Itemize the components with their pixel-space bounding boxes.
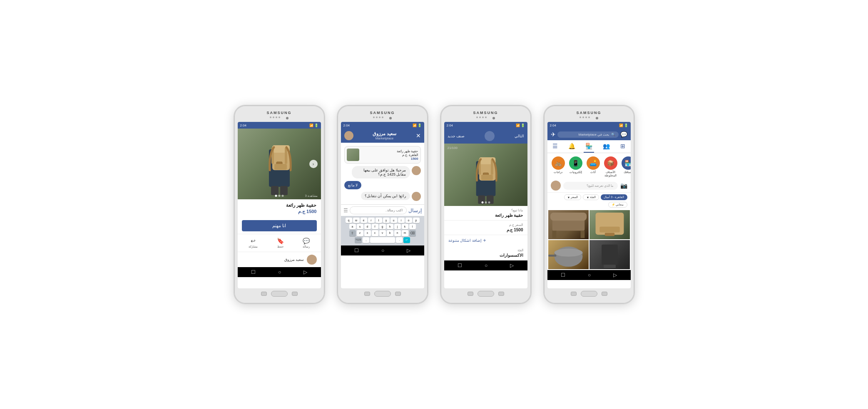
grid-photo-1[interactable]	[548, 210, 589, 239]
filter-free[interactable]: مجاني ⚡	[608, 202, 627, 208]
kb-k[interactable]: k	[402, 224, 408, 229]
phone2-bottom	[341, 291, 424, 297]
kb-p[interactable]: p	[413, 218, 420, 223]
kb-w[interactable]: w	[353, 218, 360, 223]
grid-photo-4[interactable]	[589, 240, 630, 269]
image-arrow-1[interactable]: ›	[309, 160, 318, 168]
camera-icon[interactable]: 📷	[620, 182, 627, 189]
kb-u[interactable]: u	[390, 218, 397, 223]
home-btn-2[interactable]	[374, 291, 391, 297]
status-bar-4: 2:04 📶🔋	[547, 122, 631, 129]
status-bar-1: 2:04 📶🔋	[238, 122, 321, 129]
nav-triangle-3[interactable]: ▷	[510, 263, 514, 268]
close-button[interactable]: ✕	[416, 132, 421, 139]
kb-b[interactable]: b	[387, 230, 393, 236]
kb-n[interactable]: n	[394, 230, 401, 236]
action-save[interactable]: 🔖 حفظ	[277, 238, 284, 248]
kb-s[interactable]: s	[357, 224, 363, 229]
kb-e[interactable]: e	[361, 218, 367, 223]
kb-r[interactable]: r	[368, 218, 375, 223]
filter-category[interactable]: الفئة ▼	[583, 194, 599, 200]
form-header-avatar	[485, 131, 495, 141]
menu-icon[interactable]: ☰	[343, 208, 348, 213]
kb-t[interactable]: t	[376, 218, 382, 223]
category-furniture[interactable]: 🛋️ أثاث	[586, 156, 601, 177]
nav-triangle-4[interactable]: ▷	[613, 272, 617, 278]
add-variants-text[interactable]: إضافة اشكال متنوعة	[448, 238, 482, 243]
form-header: التالي صنف جديد	[444, 129, 527, 144]
tab-people[interactable]: 👥	[601, 140, 612, 153]
kb-shift[interactable]: ⇧	[349, 230, 356, 236]
kb-v[interactable]: v	[379, 230, 386, 236]
grid-photo-3[interactable]	[548, 240, 589, 269]
kb-a[interactable]: a	[349, 224, 356, 229]
nav-circle-2[interactable]: ○	[381, 248, 384, 253]
sell-input[interactable]: ما الذي تعرضه للبيع؟	[563, 182, 618, 190]
form-value-category[interactable]: الاكسسوارات	[448, 253, 523, 258]
nav-circle-1[interactable]: ○	[278, 269, 281, 275]
tab-grid[interactable]: ⊞	[619, 140, 627, 153]
kb-period[interactable]: .	[396, 237, 403, 243]
send-icon[interactable]: ✈	[551, 131, 556, 138]
kb-z[interactable]: z	[357, 230, 363, 236]
nav-square-2[interactable]: ☐	[354, 248, 359, 253]
nav-circle-3[interactable]: ○	[485, 263, 487, 268]
category-mixed[interactable]: 📦 الأصناف المحلوطة	[603, 156, 618, 177]
kb-o[interactable]: o	[405, 218, 412, 223]
phone2-top: SAMSUNG	[341, 111, 424, 119]
filter-price[interactable]: السعر ▼	[564, 194, 582, 200]
messenger-icon[interactable]: 💬	[620, 131, 627, 138]
kb-h[interactable]: h	[387, 224, 393, 229]
kb-enter[interactable]: ↵	[403, 237, 410, 243]
form-next[interactable]: صنف جديد	[448, 134, 465, 138]
tab-marketplace[interactable]: 🏪	[584, 140, 594, 153]
kb-space[interactable]	[370, 237, 395, 243]
kb-f[interactable]: f	[372, 224, 378, 229]
kb-x[interactable]: x	[364, 230, 371, 236]
category-yours-icon: 🏪	[622, 156, 631, 170]
form-value-title[interactable]: حقيبة ظهر رائعة	[448, 213, 523, 218]
kb-c[interactable]: c	[372, 230, 378, 236]
form-value-price[interactable]: 1500 ج.م	[448, 228, 523, 232]
nav-square-3[interactable]: ☐	[458, 263, 462, 268]
nav-triangle-2[interactable]: ▷	[407, 248, 410, 253]
kb-j[interactable]: j	[394, 224, 401, 229]
category-electronics-label: إلكترونيات	[570, 171, 582, 174]
kb-i[interactable]: i	[398, 218, 405, 223]
tab-menu[interactable]: ☰	[551, 140, 560, 153]
message-input[interactable]	[350, 206, 407, 214]
grid-photo-2[interactable]	[589, 210, 630, 239]
speaker-dots-3	[476, 117, 487, 118]
nav-square-4[interactable]: ☐	[561, 272, 565, 278]
kb-g[interactable]: g	[379, 224, 386, 229]
backpack-grid-svg	[589, 210, 630, 239]
product-title-1: حقيبة ظهر رائعة	[242, 203, 317, 208]
home-btn-3[interactable]	[478, 291, 494, 297]
category-yours[interactable]: 🏪 أصنافك	[621, 156, 631, 177]
action-share[interactable]: ↩ مشاركة	[249, 238, 258, 248]
nav-triangle-1[interactable]: ▷	[303, 269, 307, 275]
home-btn-4[interactable]	[581, 291, 597, 297]
home-btn-1[interactable]	[271, 291, 288, 297]
kb-m[interactable]: m	[402, 230, 408, 236]
kb-l[interactable]: l	[409, 224, 416, 229]
tab-bell[interactable]: 🔔	[567, 140, 577, 153]
nav-circle-4[interactable]: ○	[588, 272, 591, 278]
nav-square-1[interactable]: ☐	[251, 269, 256, 275]
kb-comma[interactable]: ,	[363, 237, 369, 243]
action-message[interactable]: 💬 رسالة	[303, 238, 310, 248]
filter-location[interactable]: القاهرة - 3 أميال	[601, 194, 627, 200]
image-dots-1	[275, 195, 284, 197]
kb-y[interactable]: y	[383, 218, 390, 223]
mp-search-box[interactable]: 🔍 بحث في Marketplace	[557, 131, 619, 138]
category-electronics[interactable]: 📱 إلكترونيات	[568, 156, 583, 177]
kb-backspace[interactable]: ⌫	[409, 230, 416, 236]
kb-q[interactable]: q	[346, 218, 352, 223]
category-bikes[interactable]: 🚲 دراجات	[551, 156, 566, 177]
kb-123[interactable]: ?123	[355, 237, 362, 243]
form-back[interactable]: التالي	[515, 134, 524, 138]
kb-d[interactable]: d	[364, 224, 371, 229]
interested-button[interactable]: انا مهتم	[242, 220, 317, 231]
send-button[interactable]: إرسال	[408, 208, 422, 213]
phone2-screen: 2:04 📶🔋 ✕ سعيد مرزوق Marketplace	[341, 122, 424, 288]
